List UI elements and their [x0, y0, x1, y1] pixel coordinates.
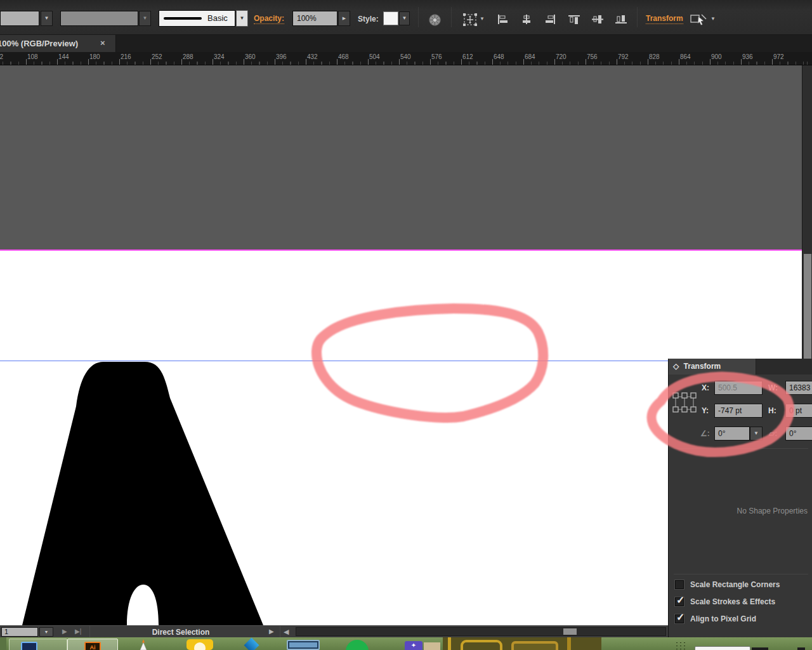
ruler-unit-label: 144 — [58, 53, 69, 60]
ruler-unit-label: 792 — [618, 53, 629, 60]
photos-app-icon[interactable] — [287, 640, 320, 650]
ruler-tick — [57, 59, 58, 65]
select-similar-dropdown-arrow-icon[interactable]: ▼ — [710, 16, 716, 22]
horizontal-scrollbar-thumb[interactable] — [563, 628, 577, 635]
opacity-input[interactable]: 100% — [292, 11, 337, 26]
photoshop-app-icon — [21, 642, 37, 650]
ruler-tick — [119, 59, 120, 65]
green-circle-app-icon[interactable] — [346, 640, 369, 650]
ruler-unit-label: 828 — [649, 53, 660, 60]
ruler-unit-label: 252 — [152, 53, 162, 60]
align-vertical-center-icon[interactable] — [592, 15, 603, 24]
brush-dropdown[interactable] — [60, 11, 138, 26]
vertical-scrollbar-thumb[interactable] — [804, 254, 811, 359]
artboard-nav-dropdown-arrow-icon[interactable]: ▼ — [39, 627, 53, 637]
select-similar-objects-icon[interactable] — [690, 13, 707, 26]
shear-input[interactable]: 0° — [785, 427, 812, 441]
transform-panel-tab[interactable]: ◇ Transform — [669, 359, 756, 375]
align-horizontal-center-icon[interactable] — [521, 15, 532, 24]
ruler-tick — [492, 59, 493, 65]
panel-divider — [674, 448, 808, 449]
taskbar-grip-dots — [675, 641, 686, 650]
w-label: W: — [768, 383, 778, 392]
opacity-link[interactable]: Opacity: — [254, 14, 284, 24]
checkbox-label: Scale Rectangle Corners — [690, 580, 780, 589]
toolbar-separator — [451, 7, 452, 27]
fill-color-dropdown[interactable] — [0, 11, 39, 26]
ruler-unit-label: 720 — [556, 53, 566, 60]
brush-dropdown-arrow-icon[interactable]: ▼ — [139, 11, 151, 26]
x-input[interactable]: 500.5 — [714, 381, 763, 395]
purple-app-icon[interactable]: ✦ — [405, 641, 422, 650]
horizontal-scrollbar[interactable] — [296, 627, 666, 636]
transform-link[interactable]: Transform — [646, 14, 683, 24]
ruler-tick — [213, 59, 213, 65]
checkbox-label: Scale Strokes & Effects — [690, 597, 775, 606]
ruler-tick — [88, 59, 89, 65]
taskbar-dark-mark — [752, 647, 768, 650]
stroke-preview-line — [164, 17, 202, 20]
align-vertical-top-icon[interactable] — [568, 15, 580, 24]
ruler-unit-label: 972 — [773, 53, 784, 60]
check-icon: ✓ — [676, 611, 684, 623]
tab-close-icon[interactable]: × — [100, 38, 105, 48]
gold-artwork-window-fragment — [443, 637, 601, 650]
stroke-dropdown-arrow-icon[interactable]: ▼ — [236, 10, 248, 27]
recolor-artwork-icon[interactable] — [428, 13, 442, 27]
opacity-spinner-icon[interactable]: ▶ — [338, 11, 350, 26]
reference-point-locator[interactable] — [672, 392, 697, 418]
taskbar-dark-mark — [797, 647, 805, 650]
taskbar-photoshop-button[interactable] — [9, 639, 67, 650]
rotate-icon: ∠: — [700, 429, 710, 438]
transform-bounding-box-icon[interactable] — [462, 13, 479, 27]
ruler-tick — [554, 59, 555, 65]
taskbar-edge — [0, 637, 6, 650]
w-input[interactable]: 16383 p — [785, 381, 812, 395]
ruler-unit-label: 360 — [245, 53, 256, 60]
no-shape-properties-text: No Shape Properties — [669, 507, 808, 515]
align-horizontal-left-icon[interactable] — [497, 15, 509, 24]
rotate-dropdown-arrow-icon[interactable]: ▼ — [750, 427, 763, 441]
ruler-tick — [741, 59, 742, 65]
artboard-edge-highlight — [0, 249, 802, 251]
fill-dropdown-arrow-icon[interactable]: ▼ — [41, 11, 53, 26]
align-horizontal-right-icon[interactable] — [544, 15, 556, 24]
transform-panel-header: ◇ Transform — [669, 359, 812, 375]
last-artboard-icon[interactable]: ▶| — [75, 628, 81, 635]
ruler-unit-label: 72 — [0, 53, 3, 60]
checkbox-box[interactable]: ✓ — [675, 597, 684, 606]
rotate-input[interactable]: 0° — [714, 427, 750, 441]
panel-cycle-icon[interactable]: ◇ — [673, 362, 679, 371]
status-expand-icon[interactable]: ▶ — [269, 628, 274, 635]
transform-box-dropdown-arrow-icon[interactable]: ▼ — [480, 16, 485, 22]
artboard-navigation-input[interactable]: 1 — [1, 627, 38, 637]
ruler-tick — [461, 59, 462, 65]
stroke-style-dropdown[interactable]: Basic — [159, 10, 235, 27]
next-artboard-icon[interactable]: ▶ — [62, 628, 67, 635]
document-tab-title: 100% (RGB/Preview) — [0, 39, 78, 48]
pen-tool-app-icon[interactable] — [138, 639, 148, 650]
control-bar: ▼ ▼ Basic ▼ Opacity: 100% ▶ Style: ▼ — [0, 0, 812, 35]
ruler-tick — [244, 59, 244, 65]
checkbox-box[interactable] — [675, 580, 684, 589]
style-swatch[interactable] — [383, 11, 398, 25]
style-dropdown-arrow-icon[interactable]: ▼ — [399, 11, 410, 25]
taskbar-illustrator-button[interactable]: Ai — [67, 639, 118, 650]
ruler-unit-label: 216 — [121, 53, 131, 60]
checkbox-box[interactable]: ✓ — [675, 614, 684, 623]
ruler-tick — [306, 59, 306, 65]
yellow-app-icon[interactable] — [187, 639, 213, 650]
status-bar: 1 ▼ ▶ ▶| Direct Selection ▶ ◀ — [0, 625, 668, 637]
beige-window-fragment — [424, 642, 440, 650]
h-input[interactable]: 0 pt — [785, 404, 812, 418]
align-vertical-bottom-icon[interactable] — [615, 15, 627, 24]
blue-diamond-app-icon[interactable] — [244, 637, 259, 650]
horizontal-ruler[interactable]: 7210814418021625228832436039643246850454… — [0, 52, 812, 65]
ruler-unit-label: 756 — [587, 53, 598, 60]
y-label: Y: — [702, 406, 709, 415]
y-input[interactable]: -747 pt — [714, 404, 763, 418]
illustrator-window: ▼ ▼ Basic ▼ Opacity: 100% ▶ Style: ▼ — [0, 0, 812, 650]
document-tab[interactable]: 100% (RGB/Preview) × — [0, 35, 116, 52]
ruler-unit-label: 540 — [400, 53, 411, 60]
scroll-left-icon[interactable]: ◀ — [284, 628, 289, 636]
